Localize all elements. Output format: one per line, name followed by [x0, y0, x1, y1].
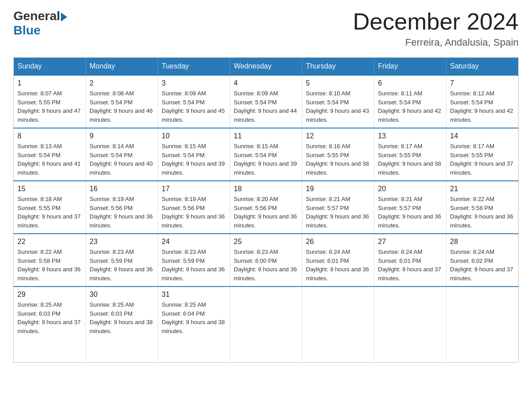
- day-number: 31: [162, 291, 226, 299]
- calendar-day-cell: 1 Sunrise: 8:07 AM Sunset: 5:55 PM Dayli…: [14, 75, 86, 128]
- day-number: 15: [17, 185, 82, 193]
- day-number: 17: [162, 185, 226, 193]
- day-number: 26: [306, 238, 370, 246]
- month-title: December 2024: [353, 9, 519, 34]
- day-number: 14: [450, 132, 515, 140]
- calendar-day-cell: 10 Sunrise: 8:15 AM Sunset: 5:54 PM Dayl…: [158, 128, 230, 181]
- day-number: 2: [90, 79, 154, 87]
- day-number: 12: [306, 132, 370, 140]
- day-info: Sunrise: 8:10 AM Sunset: 5:54 PM Dayligh…: [306, 89, 370, 124]
- calendar-day-cell: 26 Sunrise: 8:24 AM Sunset: 6:01 PM Dayl…: [302, 234, 374, 287]
- calendar-week-row: 22 Sunrise: 8:22 AM Sunset: 5:58 PM Dayl…: [14, 234, 519, 287]
- calendar-day-cell: 4 Sunrise: 8:09 AM Sunset: 5:54 PM Dayli…: [230, 75, 302, 128]
- weekday-header: Monday: [86, 58, 158, 76]
- calendar-day-cell: 27 Sunrise: 8:24 AM Sunset: 6:01 PM Dayl…: [374, 234, 446, 287]
- day-number: 20: [378, 185, 442, 193]
- calendar-week-row: 29 Sunrise: 8:25 AM Sunset: 6:03 PM Dayl…: [14, 287, 519, 363]
- day-info: Sunrise: 8:23 AM Sunset: 5:59 PM Dayligh…: [162, 248, 226, 283]
- day-number: 21: [450, 185, 515, 193]
- day-info: Sunrise: 8:16 AM Sunset: 5:55 PM Dayligh…: [306, 142, 370, 177]
- day-number: 19: [306, 185, 370, 193]
- day-info: Sunrise: 8:24 AM Sunset: 6:01 PM Dayligh…: [306, 248, 370, 283]
- day-info: Sunrise: 8:23 AM Sunset: 5:59 PM Dayligh…: [90, 248, 154, 283]
- day-number: 16: [90, 185, 154, 193]
- calendar-table: SundayMondayTuesdayWednesdayThursdayFrid…: [13, 57, 519, 363]
- day-info: Sunrise: 8:24 AM Sunset: 6:01 PM Dayligh…: [378, 248, 442, 283]
- day-info: Sunrise: 8:15 AM Sunset: 5:54 PM Dayligh…: [162, 142, 226, 177]
- calendar-day-cell: [302, 287, 374, 363]
- calendar-day-cell: 13 Sunrise: 8:17 AM Sunset: 5:55 PM Dayl…: [374, 128, 446, 181]
- calendar-day-cell: 23 Sunrise: 8:23 AM Sunset: 5:59 PM Dayl…: [86, 234, 158, 287]
- day-info: Sunrise: 8:21 AM Sunset: 5:57 PM Dayligh…: [306, 195, 370, 230]
- calendar-day-cell: [230, 287, 302, 363]
- day-info: Sunrise: 8:11 AM Sunset: 5:54 PM Dayligh…: [378, 89, 442, 124]
- calendar-day-cell: 19 Sunrise: 8:21 AM Sunset: 5:57 PM Dayl…: [302, 181, 374, 234]
- day-info: Sunrise: 8:20 AM Sunset: 5:56 PM Dayligh…: [234, 195, 298, 230]
- weekday-header: Tuesday: [158, 58, 230, 76]
- day-number: 18: [234, 185, 298, 193]
- calendar-day-cell: 29 Sunrise: 8:25 AM Sunset: 6:03 PM Dayl…: [14, 287, 86, 363]
- day-info: Sunrise: 8:23 AM Sunset: 6:00 PM Dayligh…: [234, 248, 298, 283]
- day-info: Sunrise: 8:22 AM Sunset: 5:58 PM Dayligh…: [450, 195, 515, 230]
- calendar-day-cell: 17 Sunrise: 8:19 AM Sunset: 5:56 PM Dayl…: [158, 181, 230, 234]
- day-number: 23: [90, 238, 154, 246]
- day-number: 30: [90, 291, 154, 299]
- logo-arrow-icon: [61, 13, 67, 21]
- logo: General Blue: [13, 9, 67, 38]
- weekday-header: Saturday: [446, 58, 519, 76]
- day-info: Sunrise: 8:21 AM Sunset: 5:57 PM Dayligh…: [378, 195, 442, 230]
- calendar-day-cell: 6 Sunrise: 8:11 AM Sunset: 5:54 PM Dayli…: [374, 75, 446, 128]
- day-info: Sunrise: 8:19 AM Sunset: 5:56 PM Dayligh…: [90, 195, 154, 230]
- day-number: 8: [17, 132, 82, 140]
- day-number: 9: [90, 132, 154, 140]
- day-number: 13: [378, 132, 442, 140]
- weekday-header: Wednesday: [230, 58, 302, 76]
- day-info: Sunrise: 8:17 AM Sunset: 5:55 PM Dayligh…: [378, 142, 442, 177]
- calendar-day-cell: 30 Sunrise: 8:25 AM Sunset: 6:03 PM Dayl…: [86, 287, 158, 363]
- weekday-header: Friday: [374, 58, 446, 76]
- day-number: 25: [234, 238, 298, 246]
- calendar-day-cell: 18 Sunrise: 8:20 AM Sunset: 5:56 PM Dayl…: [230, 181, 302, 234]
- day-info: Sunrise: 8:25 AM Sunset: 6:03 PM Dayligh…: [90, 300, 154, 335]
- day-info: Sunrise: 8:07 AM Sunset: 5:55 PM Dayligh…: [17, 89, 82, 124]
- day-info: Sunrise: 8:19 AM Sunset: 5:56 PM Dayligh…: [162, 195, 226, 230]
- day-number: 29: [17, 291, 82, 299]
- day-number: 1: [17, 79, 82, 87]
- day-info: Sunrise: 8:24 AM Sunset: 6:02 PM Dayligh…: [450, 248, 515, 283]
- calendar-day-cell: [374, 287, 446, 363]
- calendar-day-cell: 16 Sunrise: 8:19 AM Sunset: 5:56 PM Dayl…: [86, 181, 158, 234]
- day-info: Sunrise: 8:18 AM Sunset: 5:55 PM Dayligh…: [17, 195, 82, 230]
- day-number: 7: [450, 79, 515, 87]
- day-info: Sunrise: 8:15 AM Sunset: 5:54 PM Dayligh…: [234, 142, 298, 177]
- calendar-week-row: 8 Sunrise: 8:13 AM Sunset: 5:54 PM Dayli…: [14, 128, 519, 181]
- day-number: 6: [378, 79, 442, 87]
- day-number: 24: [162, 238, 226, 246]
- day-number: 27: [378, 238, 442, 246]
- calendar-day-cell: [446, 287, 519, 363]
- calendar-day-cell: 11 Sunrise: 8:15 AM Sunset: 5:54 PM Dayl…: [230, 128, 302, 181]
- day-info: Sunrise: 8:09 AM Sunset: 5:54 PM Dayligh…: [162, 89, 226, 124]
- calendar-day-cell: 21 Sunrise: 8:22 AM Sunset: 5:58 PM Dayl…: [446, 181, 519, 234]
- calendar-day-cell: 14 Sunrise: 8:17 AM Sunset: 5:55 PM Dayl…: [446, 128, 519, 181]
- calendar-day-cell: 25 Sunrise: 8:23 AM Sunset: 6:00 PM Dayl…: [230, 234, 302, 287]
- day-info: Sunrise: 8:25 AM Sunset: 6:03 PM Dayligh…: [17, 300, 82, 335]
- calendar-week-row: 15 Sunrise: 8:18 AM Sunset: 5:55 PM Dayl…: [14, 181, 519, 234]
- calendar-day-cell: 15 Sunrise: 8:18 AM Sunset: 5:55 PM Dayl…: [14, 181, 86, 234]
- calendar-day-cell: 5 Sunrise: 8:10 AM Sunset: 5:54 PM Dayli…: [302, 75, 374, 128]
- day-info: Sunrise: 8:17 AM Sunset: 5:55 PM Dayligh…: [450, 142, 515, 177]
- day-number: 10: [162, 132, 226, 140]
- calendar-day-cell: 20 Sunrise: 8:21 AM Sunset: 5:57 PM Dayl…: [374, 181, 446, 234]
- calendar-header-row: SundayMondayTuesdayWednesdayThursdayFrid…: [14, 58, 519, 76]
- location-text: Ferreira, Andalusia, Spain: [353, 37, 519, 48]
- day-number: 11: [234, 132, 298, 140]
- calendar-week-row: 1 Sunrise: 8:07 AM Sunset: 5:55 PM Dayli…: [14, 75, 519, 128]
- day-number: 5: [306, 79, 370, 87]
- calendar-day-cell: 8 Sunrise: 8:13 AM Sunset: 5:54 PM Dayli…: [14, 128, 86, 181]
- calendar-day-cell: 22 Sunrise: 8:22 AM Sunset: 5:58 PM Dayl…: [14, 234, 86, 287]
- day-number: 28: [450, 238, 515, 246]
- calendar-day-cell: 28 Sunrise: 8:24 AM Sunset: 6:02 PM Dayl…: [446, 234, 519, 287]
- day-info: Sunrise: 8:25 AM Sunset: 6:04 PM Dayligh…: [162, 300, 226, 335]
- day-info: Sunrise: 8:08 AM Sunset: 5:54 PM Dayligh…: [90, 89, 154, 124]
- calendar-day-cell: 12 Sunrise: 8:16 AM Sunset: 5:55 PM Dayl…: [302, 128, 374, 181]
- calendar-day-cell: 3 Sunrise: 8:09 AM Sunset: 5:54 PM Dayli…: [158, 75, 230, 128]
